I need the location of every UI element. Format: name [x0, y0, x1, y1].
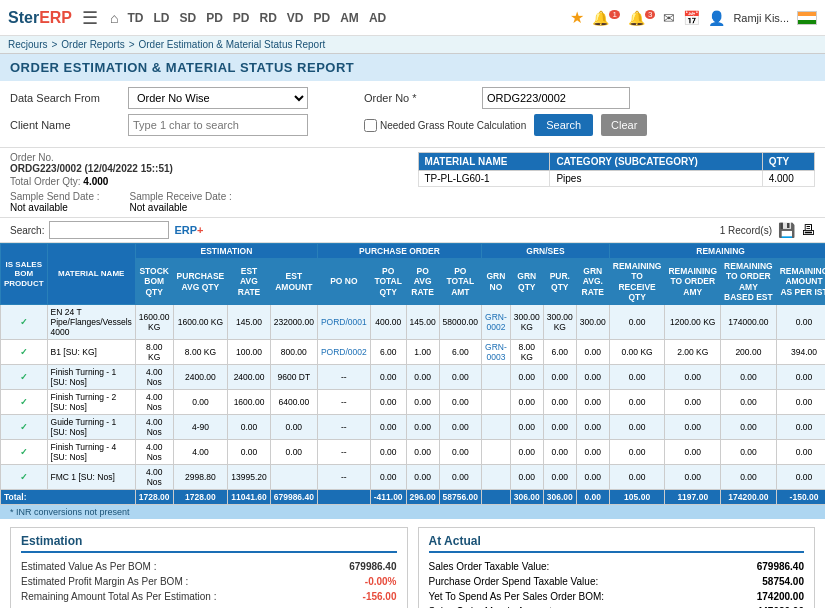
td-total-pur-qty: 306.00 — [543, 489, 576, 504]
td-rem-order: 2.00 KG — [665, 339, 721, 364]
td-po-total-amt: 0.00 — [439, 464, 481, 489]
td-bom-check: ✓ — [1, 439, 48, 464]
td-rem-amt: 0.00 — [776, 464, 825, 489]
td-stock-bom: 4.00 Nos — [135, 364, 173, 389]
search-button[interactable]: Search — [534, 114, 593, 136]
nav-ld[interactable]: LD — [154, 11, 170, 25]
nav-ad[interactable]: AD — [369, 11, 386, 25]
th-est-avg: EST AVG RATE — [228, 259, 270, 305]
data-search-from-select[interactable]: Order No Wise — [128, 87, 308, 109]
td-total-po-no — [317, 489, 370, 504]
th-pur-avg: PURCHASE AVG QTY — [173, 259, 228, 305]
nav-pd2[interactable]: PD — [233, 11, 250, 25]
td-po-no[interactable]: PORD/0001 — [317, 304, 370, 339]
td-rem-receive: 0.00 — [609, 364, 665, 389]
mat-row-qty: 4.000 — [762, 171, 814, 187]
td-po-avg: 0.00 — [406, 389, 439, 414]
client-name-input[interactable] — [128, 114, 308, 136]
td-stock-bom: 4.00 Nos — [135, 439, 173, 464]
nav-sd[interactable]: SD — [180, 11, 197, 25]
td-grn-qty: 0.00 — [510, 414, 543, 439]
main-table-wrapper: IS SALES BOM PRODUCT MATERIAL NAME ESTIM… — [0, 243, 825, 505]
est-row-2: Estimated Profit Margin As Per BOM : -0.… — [21, 574, 397, 589]
td-rem-order-est: 0.00 — [721, 414, 777, 439]
td-rem-amt: 0.00 — [776, 304, 825, 339]
td-est-amt: 232000.00 — [270, 304, 317, 339]
th-po-total: PO TOTAL QTY — [370, 259, 406, 305]
act-row-4: Sales Order Margin Amount: 447030.00 — [429, 604, 805, 608]
td-po-total: 6.00 — [370, 339, 406, 364]
td-pur-avg: 0.00 — [173, 389, 228, 414]
td-est-amt: 9600 DT — [270, 364, 317, 389]
table-row: ✓ EN 24 T Pipe/Flanges/Vessels 4000 1600… — [1, 304, 826, 339]
td-rem-receive: 0.00 — [609, 439, 665, 464]
data-search-from-label: Data Search From — [10, 92, 120, 104]
client-name-label: Client Name — [10, 119, 120, 131]
act-value-1: 679986.40 — [757, 561, 804, 572]
td-pur-qty: 0.00 — [543, 439, 576, 464]
at-actual-box: At Actual Sales Order Taxable Value: 679… — [418, 527, 816, 608]
td-po-no[interactable]: PORD/0002 — [317, 339, 370, 364]
td-material-name: B1 [SU: KG] — [47, 339, 135, 364]
nav-am[interactable]: AM — [340, 11, 359, 25]
total-qty-value: 4.000 — [83, 176, 108, 187]
order-no-input[interactable] — [482, 87, 630, 109]
td-po-no: -- — [317, 389, 370, 414]
user-icon[interactable]: 👤 — [708, 10, 725, 26]
notification-bell1[interactable]: 🔔1 — [592, 10, 619, 26]
needed-grass-checkbox[interactable] — [364, 119, 377, 132]
est-label-1: Estimated Value As Per BOM : — [21, 561, 156, 572]
td-rem-amt: 394.00 — [776, 339, 825, 364]
search-input[interactable] — [49, 221, 169, 239]
act-row-2: Purchase Order Spend Taxable Value: 5875… — [429, 574, 805, 589]
nav-pd3[interactable]: PD — [314, 11, 331, 25]
td-pur-avg: 4-90 — [173, 414, 228, 439]
main-table: IS SALES BOM PRODUCT MATERIAL NAME ESTIM… — [0, 243, 825, 505]
nav-pd1[interactable]: PD — [206, 11, 223, 25]
nav-td[interactable]: TD — [128, 11, 144, 25]
clear-button[interactable]: Clear — [601, 114, 647, 136]
td-bom-check: ✓ — [1, 414, 48, 439]
td-total-label: Total: — [1, 489, 136, 504]
td-stock-bom: 8.00 KG — [135, 339, 173, 364]
td-grn-qty: 300.00 KG — [510, 304, 543, 339]
td-material-name: FMC 1 [SU: Nos] — [47, 464, 135, 489]
sample-receive-label: Sample Receive Date : — [130, 191, 232, 202]
td-rem-order-est: 0.00 — [721, 464, 777, 489]
total-qty-label: Total Order Qty: — [10, 176, 81, 187]
star-icon[interactable]: ★ — [570, 8, 584, 27]
print-icon[interactable]: 🖶 — [801, 222, 815, 238]
download-icon[interactable]: 💾 — [778, 222, 795, 238]
td-grn-avg: 0.00 — [576, 364, 609, 389]
td-rem-receive: 0.00 — [609, 464, 665, 489]
td-grn-avg: 0.00 — [576, 439, 609, 464]
td-grn-avg: 0.00 — [576, 389, 609, 414]
th-po-no: PO NO — [317, 259, 370, 305]
td-pur-qty: 300.00 KG — [543, 304, 576, 339]
td-po-total: 0.00 — [370, 389, 406, 414]
td-grn-no[interactable]: GRN-0002 — [482, 304, 511, 339]
needed-grass-checkbox-label[interactable]: Needed Grass Route Calculation — [364, 119, 526, 132]
td-rem-order: 0.00 — [665, 464, 721, 489]
th-grn-no: GRN NO — [482, 259, 511, 305]
nav-vd[interactable]: VD — [287, 11, 304, 25]
td-est-amt: 800.00 — [270, 339, 317, 364]
td-grn-no — [482, 464, 511, 489]
hamburger-menu[interactable]: ☰ — [82, 7, 98, 29]
td-grn-no[interactable]: GRN-0003 — [482, 339, 511, 364]
td-bom-check: ✓ — [1, 364, 48, 389]
act-value-3: 174200.00 — [757, 591, 804, 602]
nav-rd[interactable]: RD — [260, 11, 277, 25]
td-rem-receive: 0.00 — [609, 389, 665, 414]
mail-icon[interactable]: ✉ — [663, 10, 675, 26]
actual-title: At Actual — [429, 534, 805, 553]
top-navigation: SterERP ☰ ⌂ TD LD SD PD PD RD VD PD AM A… — [0, 0, 825, 36]
th-grn-avg: GRN AVG. RATE — [576, 259, 609, 305]
notification-bell2[interactable]: 🔔3 — [628, 10, 655, 26]
td-total-grn-qty: 306.00 — [510, 489, 543, 504]
order-no-label-info: Order No. — [10, 152, 54, 163]
td-grn-no — [482, 439, 511, 464]
home-icon[interactable]: ⌂ — [110, 10, 118, 26]
records-count: 1 Record(s) — [720, 225, 772, 236]
calendar-icon[interactable]: 📅 — [683, 10, 700, 26]
